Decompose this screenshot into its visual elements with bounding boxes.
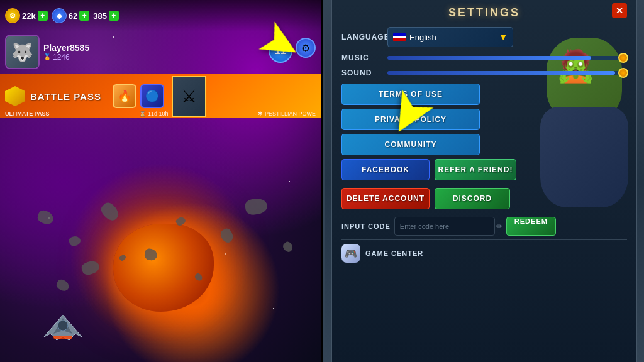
- music-row: MUSIC: [341, 53, 627, 62]
- bp-reward-icons: 🔥 🔵: [113, 84, 164, 108]
- resource-bar: ⚙ 22k + ◆ 62 + 385 +: [0, 0, 321, 31]
- sound-label: SOUND: [341, 69, 382, 77]
- delete-account-label: DELETE ACCOUNT: [347, 194, 425, 203]
- facebook-button[interactable]: FACEBOOK: [341, 159, 430, 180]
- sound-row: SOUND: [341, 69, 627, 77]
- battle-pass-title: BATTLE PASS: [30, 91, 101, 102]
- asteroids: [19, 199, 302, 324]
- svg-rect-3: [53, 336, 72, 339]
- delete-account-button[interactable]: DELETE ACCOUNT: [341, 188, 430, 209]
- left-panel: ⚙ 22k + ◆ 62 + 385 + Player8585 🏅 1246 1…: [0, 0, 321, 362]
- sound-slider[interactable]: [387, 71, 627, 75]
- language-flag: [393, 33, 406, 41]
- game-center-logo: 🎮: [341, 244, 360, 263]
- music-slider-thumb: [618, 53, 628, 63]
- gold-plus-button[interactable]: +: [38, 11, 48, 21]
- community-label: COMMUNITY: [385, 140, 437, 149]
- rank-value: 1246: [53, 53, 70, 62]
- bp-bottom-bar: ULTIMATE PASS ⌛ 11d 10h ✱ PESTILLIAN POW…: [0, 111, 321, 117]
- bp-shield-icon: [5, 86, 25, 106]
- rank-icon: 🏅: [43, 53, 51, 60]
- redeem-label: REDEEM: [514, 217, 548, 225]
- player-avatar: [5, 35, 40, 69]
- game-center-label: GAME CENTER: [365, 250, 627, 257]
- level-badge: 11: [269, 39, 292, 63]
- gold-value: 22k: [22, 11, 36, 21]
- bp-event-label: ✱ PESTILLIAN POWE: [258, 111, 316, 117]
- special-value: 385: [93, 11, 107, 21]
- player-info: Player8585 🏅 1246: [43, 43, 89, 62]
- game-center-row: 🎮 GAME CENTER: [341, 239, 627, 263]
- input-code-label: INPUT CODE: [341, 222, 391, 230]
- player-card: Player8585 🏅 1246: [5, 35, 89, 69]
- sound-slider-fill: [387, 71, 615, 75]
- refer-button[interactable]: REFER A FRIEND!: [435, 159, 516, 180]
- discord-label: DISCORD: [453, 194, 492, 203]
- music-slider[interactable]: [387, 56, 627, 60]
- refer-label: REFER A FRIEND!: [438, 165, 513, 174]
- player-rank: 🏅 1246: [43, 53, 89, 62]
- svg-point-2: [58, 321, 68, 331]
- terms-label: TERMS OF USE: [379, 90, 443, 99]
- bp-reward-icon-1: 🔥: [113, 84, 136, 108]
- music-slider-fill: [387, 56, 591, 60]
- blue-resource: ◆ 62 +: [52, 8, 89, 23]
- privacy-label: PRIVACY POLICY: [375, 115, 447, 124]
- privacy-button[interactable]: PRIVACY POLICY: [341, 109, 480, 130]
- social-row: FACEBOOK REFER A FRIEND!: [341, 159, 627, 184]
- battle-pass-banner[interactable]: BATTLE PASS 🔥 🔵 ⚔ ULTIMATE PASS ⌛ 11d 10…: [0, 74, 321, 118]
- special-plus-button[interactable]: +: [109, 11, 119, 21]
- facebook-label: FACEBOOK: [362, 165, 409, 174]
- side-strip-right: [636, 0, 644, 362]
- side-strip-left: [325, 0, 332, 362]
- gear-button[interactable]: ⚙: [296, 38, 316, 58]
- blue-icon: ◆: [52, 8, 67, 23]
- redeem-button[interactable]: REDEEM: [506, 217, 556, 236]
- bp-timer: ⌛ 11d 10h: [139, 111, 168, 117]
- player-name: Player8585: [43, 43, 89, 53]
- language-value: English: [409, 33, 495, 42]
- chevron-down-icon: ▼: [499, 32, 508, 42]
- code-input-field[interactable]: Enter code here: [394, 217, 495, 236]
- blue-value: 62: [69, 11, 77, 21]
- discord-button[interactable]: DISCORD: [435, 188, 510, 209]
- bp-ultimate-label: ULTIMATE PASS: [5, 111, 50, 117]
- community-button[interactable]: COMMUNITY: [341, 134, 480, 155]
- close-button[interactable]: ✕: [612, 3, 627, 18]
- terms-button[interactable]: TERMS OF USE: [341, 84, 480, 105]
- level-value: 11: [275, 45, 286, 57]
- bp-reward-icon-2: 🔵: [140, 84, 164, 108]
- spaceship: [38, 312, 88, 343]
- code-placeholder: Enter code here: [400, 222, 449, 230]
- settings-title: SETTINGS: [341, 6, 627, 19]
- avatar-image: [6, 36, 38, 68]
- blue-plus-button[interactable]: +: [79, 11, 89, 21]
- settings-panel: ✕ SETTINGS LANGUAGE English ▼ MUSIC SOUN…: [332, 0, 636, 362]
- account-row: DELETE ACCOUNT DISCORD: [341, 188, 627, 213]
- close-icon: ✕: [616, 6, 623, 16]
- gold-icon: ⚙: [5, 8, 20, 23]
- input-code-row: INPUT CODE Enter code here ✏ REDEEM: [341, 217, 627, 236]
- sound-slider-thumb: [618, 68, 628, 78]
- music-label: MUSIC: [341, 53, 382, 62]
- right-panel: 🧟 ✕ SETTINGS LANGUAGE English ▼ MUSIC: [323, 0, 644, 362]
- pencil-icon: ✏: [496, 222, 502, 231]
- language-row: LANGUAGE English ▼: [341, 27, 627, 47]
- language-dropdown[interactable]: English ▼: [387, 27, 513, 47]
- language-label: LANGUAGE: [341, 33, 382, 41]
- gear-icon: ⚙: [301, 42, 310, 54]
- gold-resource: ⚙ 22k +: [5, 8, 48, 23]
- special-resource: 385 +: [93, 11, 119, 21]
